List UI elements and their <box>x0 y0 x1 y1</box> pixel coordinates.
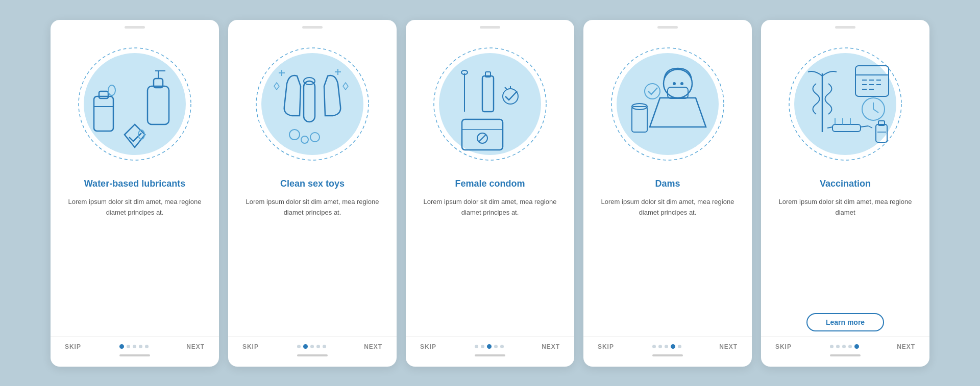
dot-5-3 <box>842 345 846 348</box>
vaccination-svg <box>776 35 914 173</box>
dot-2-2 <box>303 344 308 349</box>
top-notch-5 <box>835 26 855 29</box>
top-notch <box>125 26 145 29</box>
dot-1-2 <box>127 345 130 348</box>
dot-1-5 <box>145 345 149 348</box>
dot-1-1 <box>119 344 124 349</box>
dot-4-4 <box>671 344 675 349</box>
svg-point-35 <box>673 82 676 85</box>
svg-line-31 <box>505 87 507 90</box>
dot-2-3 <box>310 345 314 348</box>
card-illustration-condom <box>406 30 574 178</box>
svg-line-57 <box>868 126 872 128</box>
top-notch-2 <box>302 26 323 29</box>
card-illustration-lubricants <box>51 30 219 178</box>
skip-button-1[interactable]: SKIP <box>65 343 81 350</box>
card-footer-4: SKIP NEXT <box>583 337 752 350</box>
scroll-indicator-4 <box>652 354 683 356</box>
svg-rect-27 <box>482 76 494 112</box>
svg-rect-38 <box>632 107 647 132</box>
dot-2-5 <box>323 345 326 348</box>
dot-5-5 <box>854 344 859 349</box>
top-bar-2 <box>228 20 397 30</box>
svg-point-36 <box>680 82 683 85</box>
svg-line-56 <box>861 126 868 127</box>
top-bar-3 <box>406 20 574 30</box>
svg-point-0 <box>79 48 191 160</box>
svg-line-24 <box>479 135 486 142</box>
dot-5-2 <box>836 345 840 348</box>
card-text-toys: Lorem ipsum dolor sit dim amet, mea regi… <box>240 197 384 337</box>
dot-4-2 <box>658 345 662 348</box>
svg-rect-1 <box>94 96 113 131</box>
dot-3-3 <box>487 344 492 349</box>
next-button-3[interactable]: NEXT <box>542 343 560 350</box>
skip-button-4[interactable]: SKIP <box>598 343 614 350</box>
skip-button-3[interactable]: SKIP <box>420 343 436 350</box>
svg-point-13 <box>289 130 300 140</box>
card-content-vaccination: Vaccination Lorem ipsum dolor sit dim am… <box>761 178 929 337</box>
cards-container: Water-based lubricants Lorem ipsum dolor… <box>30 5 950 382</box>
svg-point-15 <box>310 133 320 142</box>
card-footer-1: SKIP NEXT <box>51 337 219 350</box>
dot-1-4 <box>139 345 142 348</box>
card-title-vaccination: Vaccination <box>820 178 871 190</box>
card-title-dams: Dams <box>655 178 680 190</box>
next-button-5[interactable]: NEXT <box>897 343 915 350</box>
card-content-condom: Female condom Lorem ipsum dolor sit dim … <box>406 178 574 337</box>
card-illustration-toys <box>228 30 397 178</box>
card-text-lubricants: Lorem ipsum dolor sit dim amet, mea regi… <box>63 197 207 337</box>
card-footer-5: SKIP NEXT <box>761 337 929 350</box>
next-button-2[interactable]: NEXT <box>364 343 382 350</box>
svg-rect-62 <box>876 124 887 142</box>
svg-rect-2 <box>99 91 108 98</box>
condom-svg <box>421 35 559 173</box>
dot-5-1 <box>830 345 834 348</box>
svg-point-8 <box>108 85 115 95</box>
dot-4-1 <box>652 345 656 348</box>
card-dams: Dams Lorem ipsum dolor sit dim amet, mea… <box>583 20 752 367</box>
dot-2-1 <box>297 345 301 348</box>
card-title-condom: Female condom <box>455 178 525 190</box>
card-title-toys: Clean sex toys <box>280 178 345 190</box>
card-condom: Female condom Lorem ipsum dolor sit dim … <box>406 20 574 367</box>
card-illustration-dams <box>583 30 752 178</box>
dots-4 <box>652 344 681 349</box>
skip-button-5[interactable]: SKIP <box>775 343 792 350</box>
svg-line-58 <box>827 127 832 128</box>
card-text-dams: Lorem ipsum dolor sit dim amet, mea regi… <box>596 197 740 337</box>
svg-line-53 <box>873 109 878 113</box>
dots-3 <box>475 344 504 349</box>
card-text-vaccination: Lorem ipsum dolor sit dim amet, mea regi… <box>773 197 917 308</box>
dot-3-5 <box>500 345 504 348</box>
card-title-lubricants: Water-based lubricants <box>84 178 185 190</box>
top-notch-3 <box>480 26 500 29</box>
svg-rect-21 <box>462 119 503 150</box>
scroll-indicator-3 <box>475 354 505 356</box>
svg-point-37 <box>645 84 660 99</box>
svg-point-29 <box>503 89 518 104</box>
dot-3-1 <box>475 345 478 348</box>
scroll-indicator-2 <box>297 354 328 356</box>
card-footer-2: SKIP NEXT <box>228 337 397 350</box>
next-button-4[interactable]: NEXT <box>719 343 738 350</box>
dots-1 <box>119 344 149 349</box>
learn-more-button[interactable]: Learn more <box>806 313 884 331</box>
skip-button-2[interactable]: SKIP <box>242 343 259 350</box>
top-notch-4 <box>657 26 678 29</box>
svg-point-14 <box>301 136 308 143</box>
top-bar-4 <box>583 20 752 30</box>
next-button-1[interactable]: NEXT <box>186 343 205 350</box>
card-content-toys: Clean sex toys Lorem ipsum dolor sit dim… <box>228 178 397 337</box>
dot-5-4 <box>848 345 852 348</box>
card-content-lubricants: Water-based lubricants Lorem ipsum dolor… <box>51 178 219 337</box>
svg-rect-11 <box>304 81 315 122</box>
top-bar <box>51 20 219 30</box>
toys-svg <box>243 35 381 173</box>
dot-4-5 <box>678 345 681 348</box>
svg-rect-4 <box>148 86 169 124</box>
dots-2 <box>297 344 326 349</box>
dots-5 <box>830 344 859 349</box>
card-toys: Clean sex toys Lorem ipsum dolor sit dim… <box>228 20 397 367</box>
dot-4-3 <box>665 345 668 348</box>
